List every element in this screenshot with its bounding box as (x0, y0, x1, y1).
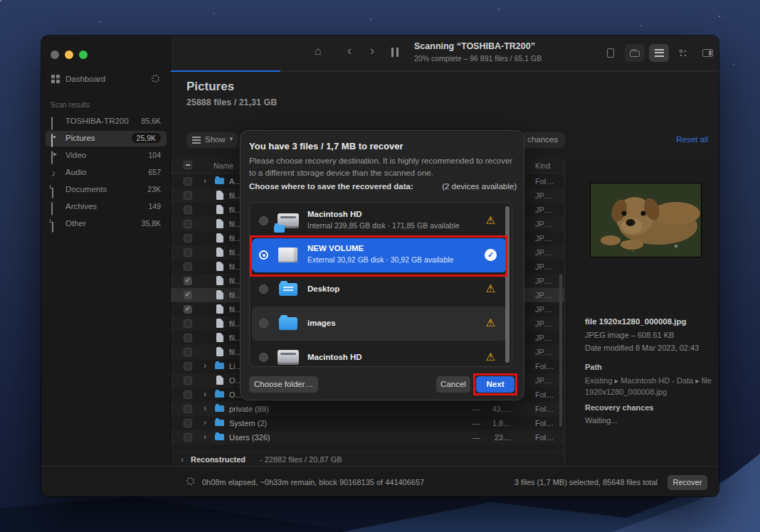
row-checkbox[interactable] (184, 405, 192, 413)
window-zoom-button[interactable] (79, 50, 88, 59)
window-minimize-button[interactable] (65, 50, 73, 59)
table-row[interactable]: › System (2) — 1,8… Fol… (171, 416, 564, 430)
window-close-button[interactable] (51, 50, 59, 59)
count-badge: 657 (148, 168, 161, 176)
disk-icon (51, 117, 53, 130)
row-checkbox[interactable] (184, 362, 192, 371)
dialog-scrollbar[interactable] (505, 206, 510, 363)
destination-macintosh-hd-2[interactable]: Macintosh HD ⚠ (252, 341, 507, 367)
column-header-kind[interactable]: Kind (535, 161, 550, 170)
new-document-button[interactable] (601, 44, 621, 62)
page-subtitle: 25888 files / 21,31 GB (186, 97, 277, 107)
recover-button[interactable]: Recover (667, 475, 707, 490)
choose-folder-button[interactable]: Choose folder… (249, 376, 318, 393)
row-checkbox[interactable] (184, 334, 192, 342)
row-checkbox[interactable] (184, 191, 192, 200)
destination-new-volume[interactable]: NEW VOLUME External 30,92 GB disk · 30,9… (252, 238, 507, 272)
music-note-icon: ♪ (51, 169, 56, 178)
scan-status-text: 0h08m elapsed, ~0h33m remain, block 9016… (202, 478, 424, 486)
folder-view-button[interactable] (625, 44, 645, 62)
sidebar-item-pictures[interactable]: Pictures 25,9K (46, 131, 167, 147)
destination-images[interactable]: images ⚠ (252, 307, 507, 341)
count-badge: 149 (148, 202, 161, 211)
preview-path-value: Existing ▸ Macintosh HD - Data ▸ file 19… (585, 376, 714, 398)
row-checkbox[interactable] (184, 319, 192, 328)
file-icon (216, 290, 223, 299)
preview-panel-button[interactable] (697, 44, 717, 62)
radio-button[interactable] (259, 216, 268, 225)
radio-button[interactable] (259, 353, 268, 362)
chevron-right-icon[interactable]: › (181, 454, 184, 464)
row-checkbox[interactable] (184, 419, 192, 427)
sidebar-item-audio[interactable]: ♪ Audio 657 (46, 165, 167, 181)
file-icon (216, 219, 223, 228)
sidebar-item-other[interactable]: Other 35,8K (46, 216, 167, 232)
desktop-folder-icon (278, 281, 300, 298)
chevron-right-icon[interactable]: › (204, 403, 206, 413)
reconstructed-section-row[interactable]: › Reconstructed - 22882 files / 20,87 GB (171, 452, 564, 466)
column-header-name[interactable]: Name (213, 161, 233, 170)
sidebar-item-video[interactable]: Video 104 (46, 148, 167, 164)
folder-icon (215, 391, 224, 398)
home-icon[interactable]: ⌂ (315, 45, 322, 58)
chevron-right-icon[interactable]: › (204, 432, 206, 442)
folder-icon (630, 50, 640, 57)
select-all-checkbox[interactable] (184, 161, 192, 169)
row-checkbox[interactable] (184, 248, 192, 257)
list-view-button[interactable] (649, 44, 669, 62)
sidebar-item-archives[interactable]: Archives 149 (46, 199, 167, 215)
dashboard-grid-icon (51, 75, 60, 83)
row-checkbox[interactable] (184, 305, 192, 314)
destination-macintosh-hd[interactable]: Macintosh HD Internal 239,85 GB disk · 1… (252, 204, 507, 238)
warning-icon: ⚠ (486, 282, 495, 295)
cancel-button[interactable]: Cancel (436, 376, 470, 393)
row-checkbox[interactable] (184, 177, 192, 186)
sidebar-item-dashboard[interactable]: Dashboard (46, 71, 167, 88)
file-icon (216, 205, 223, 214)
chevron-right-icon[interactable]: › (204, 176, 206, 186)
radio-button[interactable] (259, 284, 268, 294)
chevron-right-icon[interactable]: › (204, 361, 206, 371)
filter-icon (192, 137, 201, 138)
table-row[interactable]: › private (89) — 43,… Fol… (171, 402, 564, 416)
night-sky-stars (0, 0, 1, 1)
row-checkbox[interactable] (184, 206, 192, 214)
back-icon[interactable]: ‹ (347, 43, 352, 58)
next-button[interactable]: Next (476, 376, 514, 393)
grid-view-button[interactable] (673, 44, 693, 62)
preview-date-modified: Date modified 8 Mar 2023, 02:43 (585, 344, 699, 352)
show-filter-dropdown[interactable]: Show ▾ (186, 132, 238, 148)
row-checkbox[interactable] (184, 376, 192, 385)
pause-scan-icon[interactable] (391, 48, 399, 57)
row-checkbox[interactable] (184, 262, 192, 271)
chevron-right-icon[interactable]: › (204, 389, 206, 399)
reset-all-link[interactable]: Reset all (676, 135, 708, 144)
radio-button[interactable] (259, 319, 268, 328)
row-checkbox[interactable] (184, 433, 192, 442)
warning-icon: ⚠ (486, 214, 495, 227)
file-icon (216, 233, 223, 243)
row-checkbox[interactable] (184, 220, 192, 228)
forward-icon[interactable]: › (370, 43, 374, 58)
row-checkbox[interactable] (184, 390, 192, 399)
row-checkbox[interactable] (184, 348, 192, 356)
table-row[interactable]: › Users (326) — 23… Fol… (171, 430, 564, 445)
row-checkbox[interactable] (184, 277, 192, 285)
file-icon (216, 276, 223, 285)
file-preview-image[interactable] (591, 183, 701, 257)
destination-desktop[interactable]: Desktop ⚠ (252, 272, 507, 307)
sidebar-item-documents[interactable]: Documents 23K (46, 182, 167, 198)
radio-button-selected[interactable] (259, 250, 268, 260)
row-checkbox[interactable] (184, 234, 192, 243)
count-badge: 35,8K (142, 219, 161, 228)
preview-chances-value: Waiting... (585, 416, 617, 425)
dialog-title: You have 3 files / 1,7 MB to recover (249, 141, 403, 151)
file-icon (216, 333, 223, 342)
table-scrollbar[interactable] (559, 274, 562, 427)
folder-icon (215, 434, 224, 440)
chevron-right-icon[interactable]: › (204, 417, 206, 427)
row-checkbox[interactable] (184, 291, 192, 299)
sidebar-item-toshiba[interactable]: TOSHIBA-TR200 85,6K (46, 114, 167, 129)
scanning-spinner-icon (152, 75, 159, 83)
file-icon (52, 219, 53, 233)
